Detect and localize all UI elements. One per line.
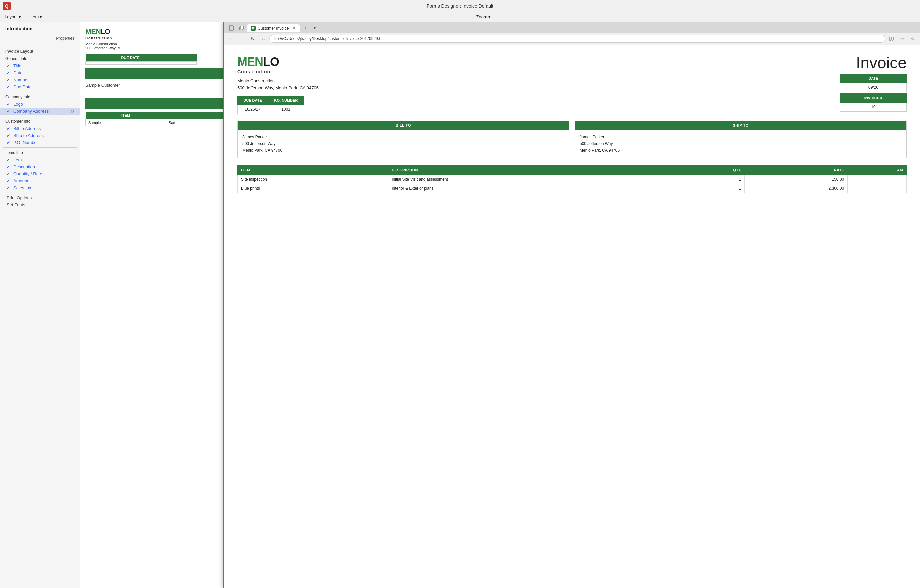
- menu-bar: Layout ▾ Item ▾ Zoom ▾: [0, 12, 920, 22]
- item-col-header: ITEM: [86, 112, 166, 119]
- sidebar-item-date[interactable]: ✔ Date: [0, 69, 80, 76]
- bill-to-body: James Parker 500 Jefferson Way Menlo Par…: [238, 130, 569, 158]
- description-cell: Interior & Exterior plans: [388, 184, 677, 193]
- check-icon: ✔: [6, 126, 11, 131]
- sidebar-item-label: Description: [13, 164, 35, 169]
- forward-button[interactable]: →: [237, 34, 247, 43]
- browser-tab-active[interactable]: ⊞ Customer Invoice ✕: [247, 24, 300, 32]
- check-icon: ✔: [6, 172, 11, 177]
- sidebar-item-sales-tax[interactable]: ✔ Sales tax: [0, 184, 80, 191]
- sidebar-item-set-fonts[interactable]: Set Fonts: [0, 201, 80, 208]
- tab-close-button[interactable]: ✕: [293, 26, 296, 30]
- tab-title: Customer Invoice: [258, 26, 289, 31]
- company-logo-large: MENLO Construction: [237, 55, 319, 75]
- sidebar-item-amount[interactable]: ✔ Amount: [0, 177, 80, 184]
- company-name: Menlo Construction: [237, 78, 319, 85]
- bill-to-header: BILL TO: [238, 121, 569, 130]
- reading-view-button[interactable]: [887, 34, 896, 43]
- check-icon: ✔: [6, 64, 11, 68]
- tab-dropdown-button[interactable]: ▾: [311, 24, 319, 32]
- svg-rect-4: [240, 26, 243, 29]
- amount-col-header: AM: [848, 165, 907, 175]
- bill-to-address1: 500 Jefferson Way: [242, 140, 564, 147]
- check-icon: ✔: [6, 109, 11, 114]
- sidebar-item-ship-to[interactable]: ✔ Ship to Address: [0, 132, 80, 139]
- sidebar-item-po-number[interactable]: ✔ P.O. Number: [0, 139, 80, 146]
- browser-doc-icon[interactable]: [227, 23, 236, 33]
- ship-to-address1: 500 Jefferson Way: [580, 140, 902, 147]
- browser-chrome: ⊞ Customer Invoice ✕ + ▾ ← → ↻ ⌂ file://…: [224, 22, 920, 45]
- menu-item[interactable]: Item ▾: [28, 14, 44, 20]
- sidebar-item-label: Company Address: [13, 109, 49, 114]
- ship-to-box: SHIP TO James Parker 500 Jefferson Way M…: [575, 121, 907, 158]
- check-icon: ✔: [6, 158, 11, 162]
- menu-layout[interactable]: Layout ▾: [3, 14, 23, 20]
- sidebar-item-logo[interactable]: ✔ Logo: [0, 100, 80, 108]
- invoice-num-header: INVOICE #: [840, 94, 907, 103]
- browser-window: ⊞ Customer Invoice ✕ + ▾ ← → ↻ ⌂ file://…: [224, 22, 920, 588]
- sidebar-item-item[interactable]: ✔ Item: [0, 156, 80, 164]
- sidebar-item-description[interactable]: ✔ Description: [0, 164, 80, 170]
- favorites-button[interactable]: ☆: [897, 34, 907, 43]
- po-number-value: 1001: [268, 105, 304, 114]
- green-bar: [85, 68, 225, 79]
- description-cell: Initial Site Visit and assessment: [388, 175, 677, 184]
- check-icon: ✔: [6, 179, 11, 183]
- sidebar-item-qty-rate[interactable]: ✔ Quantity / Rate: [0, 170, 80, 177]
- item-cell: Site inspection: [238, 175, 388, 184]
- invoice-right-header: Invoice DATE 09/26: [840, 55, 907, 112]
- bill-to-box: BILL TO James Parker 500 Jefferson Way M…: [237, 121, 569, 158]
- more-button[interactable]: ☆: [908, 34, 917, 43]
- sidebar-item-label: Amount: [13, 178, 28, 183]
- rate-col-header: RATE: [744, 165, 847, 175]
- bill-to-name: James Parker: [242, 134, 564, 140]
- invoice-background-panel: MENLO Construction Menlo Construction 50…: [80, 22, 230, 588]
- sidebar-item-label: Quantity / Rate: [13, 171, 42, 177]
- placeholder-header-small: [175, 54, 197, 62]
- refresh-button[interactable]: ↻: [248, 34, 258, 43]
- sidebar-item-label: P.O. Number: [13, 140, 38, 145]
- new-tab-button[interactable]: +: [301, 23, 310, 33]
- sidebar-item-title[interactable]: ✔ Title: [0, 62, 80, 69]
- company-address: 500 Jefferson Way, Menlo Park, CA 94706: [237, 85, 319, 92]
- invoice-layout-label: Invoice Layout: [0, 46, 80, 55]
- company-info-block: Menlo Construction 500 Jefferson Way, Me…: [237, 78, 319, 92]
- menu-zoom[interactable]: Zoom ▾: [475, 14, 493, 20]
- amount-cell: [848, 184, 907, 193]
- address-bar[interactable]: file:///C:/Users/jtracey/Desktop/custome…: [269, 35, 885, 43]
- item-cell: Blue prints: [238, 184, 388, 193]
- invoice-num-value: 10: [840, 103, 907, 112]
- svg-rect-6: [892, 37, 893, 40]
- qty-cell: 1: [677, 184, 744, 193]
- title-bar: Q Forms Designer: Invoice Default: [0, 0, 920, 12]
- ship-to-name: James Parker: [580, 134, 902, 140]
- items-table: ITEM DESCRIPTION QTY RATE AM Site inspec…: [237, 165, 907, 193]
- sidebar-item-number[interactable]: ✔ Number: [0, 76, 80, 83]
- gear-icon[interactable]: ⚙: [70, 109, 75, 114]
- inv-meta-table: DATE 09/26: [840, 74, 907, 92]
- rate-cell: 2,300.00: [744, 184, 847, 193]
- sidebar-item-bill-to[interactable]: ✔ Bill to Address: [0, 125, 80, 132]
- check-icon: ✔: [6, 78, 11, 82]
- sidebar-item-label: Due Date: [13, 84, 32, 89]
- sidebar-item-print-options[interactable]: Print Options: [0, 194, 80, 201]
- back-button[interactable]: ←: [227, 34, 236, 43]
- items-info-label: Items Info: [0, 149, 80, 156]
- company-logo-small: MENLO Construction: [85, 28, 225, 40]
- main-layout: Introduction Properties Invoice Layout G…: [0, 22, 920, 588]
- browser-restore-icon[interactable]: [236, 23, 246, 33]
- due-date-col-header: DUE DATE: [238, 96, 268, 105]
- sidebar-item-company-address[interactable]: ✔ Company Address ⚙: [0, 108, 80, 115]
- check-icon: ✔: [6, 102, 11, 107]
- check-icon: ✔: [6, 85, 11, 89]
- sidebar-item-due-date[interactable]: ✔ Due Date: [0, 83, 80, 90]
- invoice-header: MENLO Construction Menlo Construction 50…: [237, 55, 907, 114]
- company-info-label: Company Info: [0, 93, 80, 100]
- item-col-header: ITEM: [238, 165, 388, 175]
- home-button[interactable]: ⌂: [259, 34, 268, 43]
- invoice-title-large: Invoice: [840, 55, 907, 71]
- table-row: Blue prints Interior & Exterior plans 1 …: [238, 184, 907, 193]
- sidebar-header: Introduction: [0, 22, 80, 34]
- sidebar-item-label: Sales tax: [13, 185, 31, 190]
- tab-favicon: ⊞: [251, 26, 256, 31]
